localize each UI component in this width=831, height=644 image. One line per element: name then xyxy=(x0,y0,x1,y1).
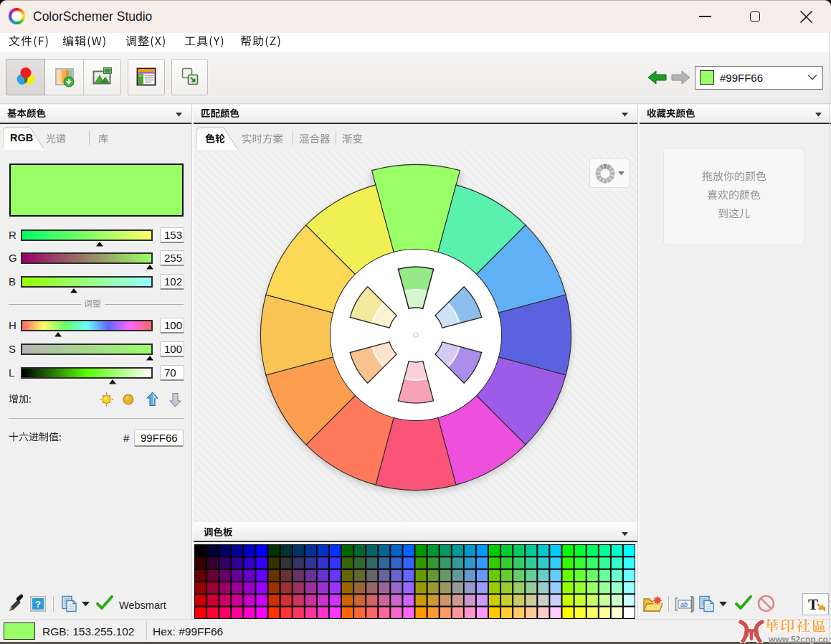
svg-text:ab: ab xyxy=(680,601,688,608)
